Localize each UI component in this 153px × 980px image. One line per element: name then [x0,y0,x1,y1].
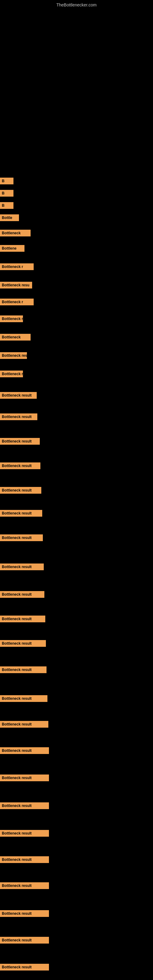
bottleneck-result-label: Bottleneck result [0,640,46,647]
bottleneck-result-label: Bottleneck result [0,487,41,494]
result-item: Bottleneck result [0,616,45,622]
bottleneck-result-label: Bottleneck result [0,775,49,781]
bottleneck-result-label: Bottleneck result [0,856,49,863]
result-item: Bottleneck result [0,721,48,728]
bottleneck-result-label: Bottleneck result [0,510,42,517]
bottleneck-result-label: Bottleneck result [0,667,46,673]
result-item: Bottleneck result [0,910,49,917]
bottleneck-result-label: Bottleneck result [0,964,49,970]
result-item: Bottleneck resu [0,282,32,288]
bottleneck-result-label: Bottleneck result [0,563,44,570]
bottleneck-result-label: Bottleneck result [0,414,37,420]
result-item: Bottlene [0,245,24,252]
bottleneck-result-label: Bottleneck [0,230,30,236]
bottleneck-result-label: Bottleneck result [0,802,49,809]
result-item: Bottleneck result [0,937,49,943]
result-item: Bottleneck result [0,830,49,837]
bottleneck-result-label: Bottlene [0,245,24,252]
bottleneck-result-label: Bottleneck result [0,747,49,754]
bottleneck-result-label: Bottleneck result [0,830,49,837]
bottleneck-result-label: B [0,202,13,209]
bottleneck-result-label: B [0,178,13,185]
result-item: Bottleneck result [0,802,49,809]
result-item: Bottleneck re [0,315,23,322]
result-item: Bottleneck result [0,510,42,517]
result-item: B [0,190,13,197]
bottleneck-result-label: Bottleneck resu [0,282,32,288]
result-item: Bottleneck result [0,882,49,889]
result-item: Bottleneck result [0,487,41,494]
result-item: Bottleneck result [0,747,49,754]
result-item: Bottleneck result [0,463,40,469]
result-item: Bottleneck result [0,856,49,863]
result-item: Bottleneck result [0,535,43,541]
bottleneck-result-label: Bottleneck result [0,591,45,598]
bottleneck-result-label: Bottleneck r [0,263,33,270]
result-item: B [0,178,13,185]
bottleneck-result-label: Bottleneck re [0,315,23,322]
result-item: Bottleneck result [0,775,49,781]
bottleneck-result-label: Bottleneck resul [0,352,27,359]
bottleneck-result-label: Bottleneck result [0,616,45,622]
bottleneck-result-label: Bottleneck result [0,392,37,399]
bottleneck-result-label: Bottleneck result [0,937,49,943]
result-item: B [0,202,13,209]
bottleneck-result-label: Bottleneck r [0,299,33,305]
bottleneck-result-label: Bottleneck result [0,721,48,728]
result-item: Bottleneck result [0,964,49,970]
result-item: Bottleneck re [0,371,23,377]
bottleneck-result-label: B [0,190,13,197]
result-item: Bottleneck r [0,299,33,305]
result-item: Bottleneck [0,334,30,340]
bottleneck-result-label: Bottleneck result [0,463,40,469]
result-item: Bottleneck [0,230,30,236]
bottleneck-result-label: Bottleneck result [0,438,40,445]
result-item: Bottleneck result [0,667,46,673]
result-item: Bottleneck result [0,695,48,702]
bottleneck-result-label: Bottleneck result [0,695,48,702]
result-item: Bottleneck result [0,591,45,598]
bottleneck-result-label: Bottleneck [0,334,30,340]
site-title: TheBottlenecker.com [56,2,97,7]
bottleneck-result-label: Bottleneck result [0,535,43,541]
result-item: Bottleneck result [0,563,44,570]
result-item: Bottleneck result [0,414,37,420]
bottleneck-result-label: Bottleneck result [0,910,49,917]
result-item: Bottleneck resul [0,352,27,359]
result-item: Bottle [0,215,19,221]
result-item: Bottleneck result [0,438,40,445]
bottleneck-result-label: Bottleneck re [0,371,23,377]
result-item: Bottleneck r [0,263,33,270]
result-item: Bottleneck result [0,640,46,647]
bottleneck-result-label: Bottle [0,215,19,221]
bottleneck-result-label: Bottleneck result [0,882,49,889]
result-item: Bottleneck result [0,392,37,399]
